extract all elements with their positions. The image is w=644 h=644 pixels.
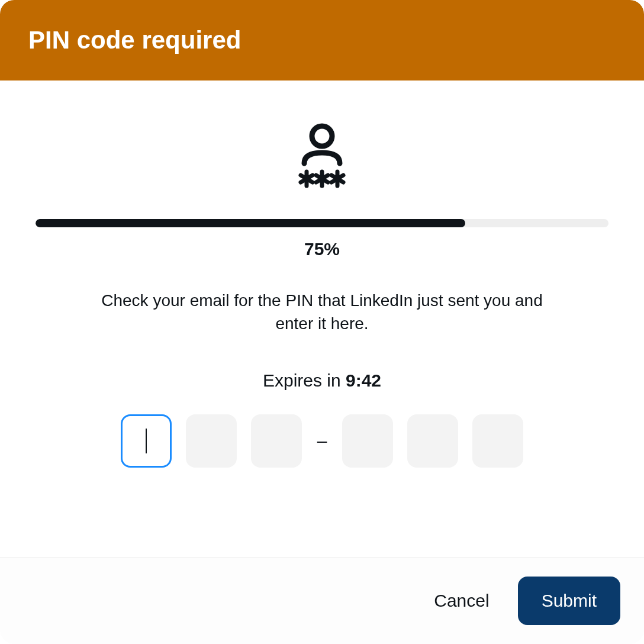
pin-box-6[interactable]	[472, 414, 523, 468]
pin-box-5[interactable]	[407, 414, 458, 468]
text-cursor	[146, 429, 147, 453]
progress-container: 75%	[36, 219, 608, 259]
modal-footer: Cancel Submit	[0, 557, 644, 644]
pin-modal: PIN code required 75%	[0, 0, 644, 644]
pin-box-3[interactable]	[251, 414, 302, 468]
modal-header: PIN code required	[0, 0, 644, 80]
expires-text: Expires in 9:42	[263, 371, 381, 391]
progress-fill	[36, 219, 465, 227]
svg-point-0	[312, 126, 332, 146]
modal-body: 75% Check your email for the PIN that Li…	[0, 80, 644, 557]
user-pin-icon	[286, 122, 358, 195]
expires-prefix: Expires in	[263, 371, 346, 390]
instruction-text: Check your email for the PIN that Linked…	[97, 289, 547, 335]
pin-box-1[interactable]	[121, 414, 172, 468]
pin-box-4[interactable]	[342, 414, 393, 468]
modal-title: PIN code required	[28, 26, 616, 54]
expires-time: 9:42	[346, 371, 381, 390]
cancel-button[interactable]: Cancel	[429, 581, 494, 620]
progress-bar	[36, 219, 608, 227]
progress-label: 75%	[304, 239, 340, 259]
pin-input-row: –	[121, 414, 524, 468]
pin-separator: –	[316, 431, 329, 451]
submit-button[interactable]: Submit	[518, 577, 620, 625]
pin-box-2[interactable]	[186, 414, 237, 468]
